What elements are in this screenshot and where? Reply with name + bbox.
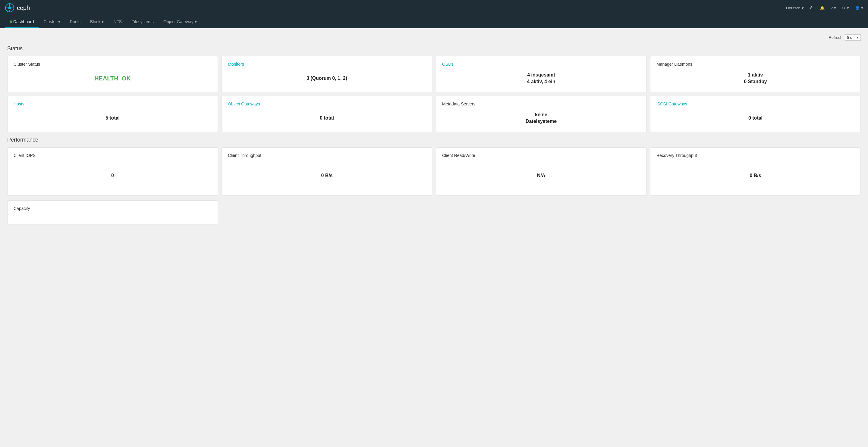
bottom-card-grid: Capacity: [7, 200, 861, 224]
status-dot: [10, 21, 12, 23]
card-osds-value: 4 insgesamt 4 aktiv, 4 ein: [442, 70, 640, 87]
topbar: ceph Deutsch ▾ ⏱ 🔔 ? ▾ ⚙ ▾ 👤 ▾: [0, 0, 868, 15]
card-client-throughput-title: Client Throughput: [228, 153, 261, 158]
nav-item-object-gateway[interactable]: Object Gateway ▾: [158, 15, 202, 28]
card-capacity-title: Capacity: [13, 206, 30, 211]
card-hosts: Hosts 5 total: [7, 96, 218, 132]
card-iscsi-gateways-value: 0 total: [656, 110, 855, 126]
nav-item-filesystems[interactable]: Filesystems: [127, 15, 158, 28]
nav-label: Object Gateway: [163, 19, 193, 24]
chevron-down-icon: ▾: [861, 6, 863, 10]
gear-icon: ⚙: [842, 6, 846, 10]
card-client-throughput: Client Throughput 0 B/s: [221, 147, 432, 195]
nav-item-dashboard[interactable]: Dashboard: [5, 15, 39, 28]
card-cluster-status-value: HEALTH_OK: [13, 70, 212, 87]
nav-label: Pools: [70, 19, 81, 24]
card-client-readwrite: Client Read/Write N/A: [436, 147, 647, 195]
card-object-gateways-title[interactable]: Object Gateways: [228, 101, 260, 106]
user-icon: 👤: [855, 6, 860, 10]
card-metadata-servers-line2: Dateisysteme: [526, 119, 557, 124]
nav-label: Dashboard: [13, 19, 34, 24]
performance-section: Performance Client IOPS 0 Client Through…: [7, 137, 861, 195]
refresh-select-wrapper[interactable]: 1 s 2 s 5 s 10 s 30 s 60 s: [845, 34, 861, 41]
chevron-down-icon: ▾: [802, 6, 804, 10]
card-client-readwrite-value: N/A: [442, 161, 640, 190]
bell-icon[interactable]: 🔔: [820, 6, 825, 10]
card-recovery-throughput: Recovery Throughput 0 B/s: [650, 147, 861, 195]
nav-label: Cluster: [44, 19, 57, 24]
performance-title: Performance: [7, 137, 861, 143]
user-menu[interactable]: 👤 ▾: [855, 6, 863, 10]
nav-label: Block: [90, 19, 100, 24]
logo-text: ceph: [17, 4, 30, 11]
refresh-bar: Refresh 1 s 2 s 5 s 10 s 30 s 60 s: [7, 34, 861, 41]
nav-label: Filesystems: [131, 19, 154, 24]
language-selector[interactable]: Deutsch ▾: [786, 6, 804, 10]
card-osds: OSDs 4 insgesamt 4 aktiv, 4 ein: [436, 56, 647, 92]
card-osds-value-line2: 4 aktiv, 4 ein: [527, 79, 555, 84]
card-hosts-value: 5 total: [13, 110, 212, 126]
card-metadata-servers-line1: keine: [535, 112, 547, 118]
card-metadata-servers: Metadata Servers keine Dateisysteme: [436, 96, 647, 132]
card-object-gateways: Object Gateways 0 total: [221, 96, 432, 132]
card-cluster-status-title: Cluster Status: [13, 62, 40, 67]
card-iscsi-gateways: iSCSI Gateways 0 total: [650, 96, 861, 132]
card-object-gateways-value: 0 total: [228, 110, 426, 126]
topbar-right: Deutsch ▾ ⏱ 🔔 ? ▾ ⚙ ▾ 👤 ▾: [786, 6, 863, 10]
topbar-left: ceph: [5, 3, 30, 13]
language-label: Deutsch: [786, 6, 801, 10]
navbar: Dashboard Cluster ▾ Pools Block ▾ NFS Fi…: [0, 15, 868, 28]
card-osds-value-line1: 4 insgesamt: [527, 72, 555, 78]
card-metadata-servers-value: keine Dateisysteme: [442, 110, 640, 126]
nav-label: NFS: [113, 19, 122, 24]
logo[interactable]: ceph: [5, 3, 30, 13]
chevron-down-icon: ▾: [58, 19, 60, 24]
card-monitors-value: 3 (Quorum 0, 1, 2): [228, 70, 426, 87]
status-title: Status: [7, 45, 861, 52]
chevron-down-icon: ▾: [847, 6, 849, 10]
card-manager-daemons-title: Manager Daemons: [656, 62, 692, 67]
card-client-readwrite-title: Client Read/Write: [442, 153, 475, 158]
card-hosts-title[interactable]: Hosts: [13, 101, 24, 106]
nav-item-block[interactable]: Block ▾: [85, 15, 108, 28]
svg-point-1: [8, 6, 11, 9]
chevron-down-icon: ▾: [834, 6, 836, 10]
nav-item-pools[interactable]: Pools: [65, 15, 85, 28]
main-content: Refresh 1 s 2 s 5 s 10 s 30 s 60 s Statu…: [0, 28, 868, 235]
help-icon: ?: [831, 6, 833, 10]
card-recovery-throughput-value: 0 B/s: [656, 161, 855, 190]
help-menu[interactable]: ? ▾: [831, 6, 836, 10]
performance-card-grid: Client IOPS 0 Client Throughput 0 B/s Cl…: [7, 147, 861, 195]
card-client-iops: Client IOPS 0: [7, 147, 218, 195]
card-client-iops-value: 0: [13, 161, 212, 190]
card-capacity: Capacity: [7, 200, 218, 224]
card-osds-title[interactable]: OSDs: [442, 62, 453, 67]
card-manager-daemons-line1: 1 aktiv: [748, 72, 763, 78]
card-metadata-servers-title: Metadata Servers: [442, 101, 475, 106]
ceph-logo-icon: [5, 3, 14, 13]
card-manager-daemons-value: 1 aktiv 0 Standby: [656, 70, 855, 87]
settings-menu[interactable]: ⚙ ▾: [842, 6, 849, 10]
refresh-label: Refresh: [829, 35, 842, 40]
chevron-down-icon: ▾: [195, 19, 197, 24]
timer-icon[interactable]: ⏱: [810, 6, 814, 10]
status-card-grid: Cluster Status HEALTH_OK Monitors 3 (Quo…: [7, 56, 861, 132]
card-manager-daemons: Manager Daemons 1 aktiv 0 Standby: [650, 56, 861, 92]
card-cluster-status: Cluster Status HEALTH_OK: [7, 56, 218, 92]
refresh-select[interactable]: 1 s 2 s 5 s 10 s 30 s 60 s: [845, 34, 861, 41]
card-client-throughput-value: 0 B/s: [228, 161, 426, 190]
nav-item-cluster[interactable]: Cluster ▾: [39, 15, 65, 28]
card-client-iops-title: Client IOPS: [13, 153, 36, 158]
chevron-down-icon: ▾: [101, 19, 104, 24]
card-monitors: Monitors 3 (Quorum 0, 1, 2): [221, 56, 432, 92]
card-recovery-throughput-title: Recovery Throughput: [656, 153, 697, 158]
card-iscsi-gateways-title[interactable]: iSCSI Gateways: [656, 101, 687, 106]
nav-item-nfs[interactable]: NFS: [108, 15, 127, 28]
card-monitors-title[interactable]: Monitors: [228, 62, 244, 67]
card-manager-daemons-line2: 0 Standby: [744, 79, 767, 84]
status-section: Status Cluster Status HEALTH_OK Monitors…: [7, 45, 861, 132]
